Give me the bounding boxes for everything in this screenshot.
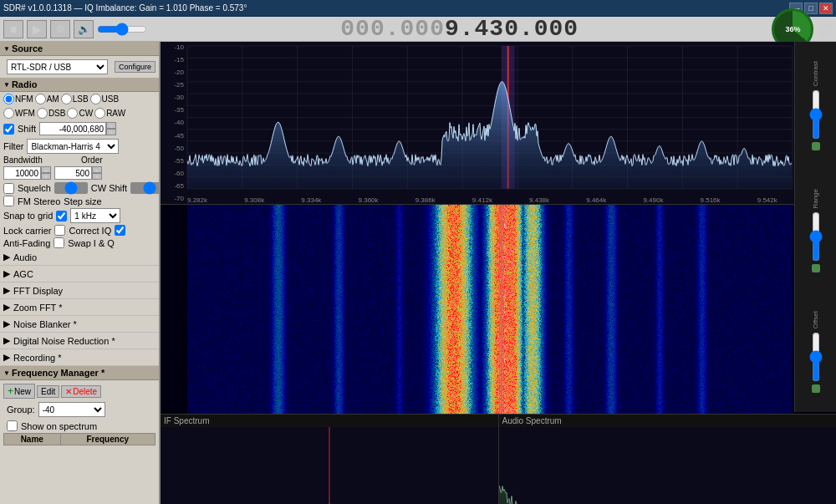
mode-lsb[interactable]: LSB [61, 94, 89, 104]
mode-nfm[interactable]: NFM [3, 94, 33, 104]
audio-section[interactable]: ▶Audio [0, 249, 159, 266]
order-input[interactable] [54, 166, 92, 180]
audio-spectrum-title: Audio Spectrum [499, 415, 837, 427]
fft-y-axis: -10 -15 -20 -25 -30 -35 -40 -45 -50 -55 … [161, 42, 186, 204]
zoom-fft-section[interactable]: ▶Zoom FFT * [0, 299, 159, 316]
lock-carrier-checkbox[interactable] [54, 225, 65, 236]
main-container: ■ ▶ ⚙ 🔊 000.0009.430.000 36% 0k/s 0k/s ▼… [0, 17, 836, 504]
offset-control: Offset [810, 311, 822, 392]
fm-stereo-checkbox[interactable] [3, 196, 14, 206]
bandwidth-down[interactable]: ▼ [41, 173, 51, 180]
contrast-control: Contrast [810, 61, 822, 150]
fm-delete-button[interactable]: ✕ Delete [61, 385, 101, 398]
range-indicator [812, 264, 820, 272]
shift-input[interactable] [39, 122, 106, 135]
recording-section[interactable]: ▶Recording * [0, 349, 159, 366]
shift-input-group: ▲ ▼ [39, 122, 116, 135]
if-spectrum-title: IF Spectrum [161, 415, 498, 427]
contrast-label: Contrast [812, 61, 819, 86]
offset-label: Offset [812, 311, 819, 328]
freq-main: 9.430.000 [445, 16, 579, 42]
if-spectrum: IF Spectrum 9.423k 9.426k 9.429k 9.432k … [161, 415, 499, 504]
bandwidth-input[interactable] [3, 166, 41, 180]
frequency-manager: + New Edit ✕ Delete Group: -40 [0, 380, 159, 447]
lock-correct-row: Lock carrier Correct IQ [0, 224, 159, 237]
shift-row: Shift ▲ ▼ [0, 120, 159, 137]
mode-wfm[interactable]: WFM [3, 108, 35, 119]
fm-stereo-row: FM Stereo Step size [0, 195, 159, 207]
shift-down[interactable]: ▼ [106, 129, 116, 135]
bandwidth-up[interactable]: ▲ [41, 166, 51, 173]
range-slider[interactable] [810, 211, 822, 262]
cw-shift-slider[interactable] [130, 182, 161, 194]
shift-checkbox[interactable] [3, 124, 14, 135]
offset-slider[interactable] [810, 332, 822, 382]
shift-arrows: ▲ ▼ [106, 122, 116, 135]
volume-button[interactable]: 🔊 [74, 20, 94, 38]
content: ▼ Source RTL-SDR / USB Configure ▼ Radio… [0, 42, 836, 504]
fm-table: Name Frequency [3, 433, 155, 445]
fm-group-select[interactable]: -40 [38, 402, 105, 417]
volume-slider[interactable] [97, 23, 147, 35]
noise-blanker-section[interactable]: ▶Noise Blanker * [0, 316, 159, 333]
filter-select[interactable]: Blackman-Harris 4 [27, 139, 119, 154]
squelch-checkbox[interactable] [3, 183, 14, 194]
waterfall [161, 205, 836, 414]
fm-col-name: Name [4, 434, 61, 445]
if-spectrum-display [161, 427, 498, 504]
right-panel: -10 -15 -20 -25 -30 -35 -40 -45 -50 -55 … [161, 42, 836, 504]
fm-toolbar: + New Edit ✕ Delete [3, 382, 155, 400]
correct-iq-checkbox[interactable] [115, 225, 125, 236]
audio-spectrum: Audio Spectrum DC 5k 10k 15k [499, 415, 837, 504]
range-control: Range [810, 189, 822, 272]
snap-checkbox[interactable] [56, 211, 67, 221]
dnr-section[interactable]: ▶Digital Noise Reduction * [0, 333, 159, 349]
configure-button[interactable]: Configure [115, 61, 155, 73]
fft-display-section[interactable]: ▶FFT Display [0, 283, 159, 299]
anti-fading-checkbox[interactable] [54, 237, 64, 248]
mode-cw[interactable]: CW [67, 108, 93, 119]
radio-mode-group: NFM AM LSB USB [0, 92, 159, 106]
toolbar: ■ ▶ ⚙ 🔊 000.0009.430.000 36% 0k/s 0k/s [0, 17, 836, 42]
source-device-row: RTL-SDR / USB Configure [0, 56, 159, 78]
fft-spectrum: -10 -15 -20 -25 -30 -35 -40 -45 -50 -55 … [161, 42, 836, 205]
snap-to-grid-row: Snap to grid 1 kHz [0, 207, 159, 224]
stop-button[interactable]: ■ [3, 20, 23, 38]
fm-edit-button[interactable]: Edit [37, 385, 59, 398]
squelch-slider[interactable] [54, 182, 88, 194]
fm-group-row: Group: -40 [3, 400, 155, 419]
bandwidth-labels: Bandwidth Order [0, 155, 159, 166]
settings-button[interactable]: ⚙ [50, 20, 70, 38]
mode-usb[interactable]: USB [90, 94, 120, 104]
source-header[interactable]: ▼ Source [0, 42, 159, 56]
close-button[interactable]: ✕ [819, 3, 833, 14]
order-up[interactable]: ▲ [92, 166, 102, 173]
fm-show-spectrum-row: Show on spectrum [3, 419, 155, 433]
fft-canvas [161, 42, 836, 204]
radio-header[interactable]: ▼ Radio [0, 78, 159, 92]
shift-up[interactable]: ▲ [106, 122, 116, 129]
bandwidth-input-group: ▲ ▼ [3, 166, 51, 180]
bottom-spectra: IF Spectrum 9.423k 9.426k 9.429k 9.432k … [161, 414, 836, 504]
mode-raw[interactable]: RAW [94, 108, 125, 119]
fm-col-freq: Frequency [60, 434, 155, 445]
waterfall-canvas [161, 205, 836, 414]
order-down[interactable]: ▼ [92, 173, 102, 180]
source-device-select[interactable]: RTL-SDR / USB [7, 59, 108, 74]
play-button[interactable]: ▶ [27, 20, 47, 38]
mode-dsb[interactable]: DSB [37, 108, 66, 119]
mode-am[interactable]: AM [35, 94, 59, 104]
freq-manager-header[interactable]: ▼ Frequency Manager * [0, 366, 159, 380]
fft-x-axis: 9.282k 9.308k 9.334k 9.360k 9.386k 9.412… [186, 196, 836, 204]
offset-indicator [812, 384, 820, 393]
agc-section[interactable]: ▶AGC [0, 266, 159, 283]
rates-display: 0k/s 0k/s [818, 21, 833, 38]
maximize-button[interactable]: □ [804, 3, 818, 14]
filter-row: Filter Blackman-Harris 4 [0, 137, 159, 155]
fm-new-button[interactable]: + New [3, 384, 35, 399]
squelch-row: Squelch CW Shift [0, 181, 159, 195]
snap-select[interactable]: 1 kHz [70, 208, 120, 223]
fm-show-spectrum-checkbox[interactable] [7, 420, 18, 431]
contrast-slider[interactable] [810, 89, 822, 140]
titlebar-title: SDR# v1.0.0.1318 — IQ Imbalance: Gain = … [3, 3, 789, 13]
